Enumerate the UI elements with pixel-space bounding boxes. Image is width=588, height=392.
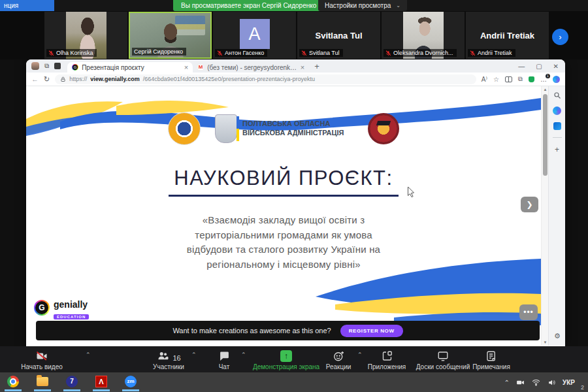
tab-gmail[interactable]: M (без теми) - sergeysydorenko2... × bbox=[193, 62, 309, 73]
mic-muted-icon bbox=[385, 50, 391, 56]
chat-icon bbox=[218, 351, 231, 362]
mic-muted-icon bbox=[470, 50, 476, 56]
tab-presentation[interactable]: Презентація проєкту × bbox=[67, 62, 193, 73]
taskbar-chrome[interactable] bbox=[7, 376, 19, 387]
browser-profile-avatar[interactable] bbox=[31, 62, 39, 70]
browser-titlebar: ⧉ Презентація проєкту × M (без теми) - s… bbox=[26, 59, 565, 73]
register-now-button[interactable]: REGISTER NOW bbox=[340, 325, 403, 337]
copilot-sidebar-icon[interactable] bbox=[553, 106, 561, 115]
tray-expand-icon[interactable]: ⌃ bbox=[504, 379, 510, 386]
view-settings-label: Настройки просмотра bbox=[325, 0, 391, 11]
mic-muted-icon bbox=[48, 50, 54, 56]
participant-tile-svitlana[interactable]: Svitlana Tul Svitlana Tul bbox=[297, 12, 380, 59]
maximize-button[interactable]: ▢ bbox=[536, 63, 542, 70]
lock-icon bbox=[60, 76, 66, 82]
reactions-label: Реакции bbox=[326, 363, 351, 370]
address-bar[interactable]: https://view.genially.com/664cbda9e01f4d… bbox=[55, 74, 476, 84]
menu-badge: 1 bbox=[546, 74, 550, 78]
back-icon[interactable]: ← bbox=[31, 75, 39, 83]
start-video-label: Начать видео bbox=[21, 363, 63, 370]
favorite-star-icon[interactable]: ☆ bbox=[493, 76, 499, 83]
sidebar-settings-icon[interactable]: ⚙ bbox=[549, 332, 565, 340]
extension-shield-icon[interactable] bbox=[529, 76, 534, 82]
new-tab-button[interactable]: + bbox=[314, 61, 319, 71]
search-icon[interactable] bbox=[553, 91, 561, 99]
reload-icon[interactable]: ↻ bbox=[44, 75, 50, 84]
folder-icon bbox=[37, 377, 48, 386]
apps-button[interactable]: Приложения bbox=[365, 349, 409, 370]
title-underline bbox=[169, 195, 399, 197]
zoom-meeting-screen: нция Вы просматриваете экран Сергій Сидо… bbox=[0, 0, 588, 392]
minimize-button[interactable]: — bbox=[518, 63, 525, 70]
split-screen-icon[interactable] bbox=[505, 76, 512, 82]
participants-chevron[interactable]: ⌃ bbox=[191, 351, 197, 358]
slide-next-button[interactable]: ❯ bbox=[521, 197, 538, 212]
participant-tile-andrii[interactable]: Andrii Tretiak Andrii Tretiak bbox=[466, 12, 549, 59]
whiteboards-button[interactable]: Доски сообщений bbox=[410, 349, 476, 370]
zoom-app-icon: zm bbox=[125, 376, 137, 387]
close-window-button[interactable]: ✕ bbox=[553, 63, 559, 70]
browser-urlbar: ← ↻ https://view.genially.com/664cbda9e0… bbox=[26, 73, 565, 86]
participant-name-badge: Антон Гасенко bbox=[215, 49, 267, 57]
reactions-chevron[interactable]: ⌃ bbox=[357, 351, 363, 358]
meeting-topbar: нция Вы просматриваете экран Сергій Сидо… bbox=[0, 0, 588, 11]
slide-quote: «Взаємодія закладу вищої освіти з терито… bbox=[174, 213, 393, 272]
view-settings-button[interactable]: Настройки просмотра ⌄ bbox=[318, 0, 407, 11]
participants-button[interactable]: 16 Участники bbox=[140, 349, 197, 370]
volume-icon[interactable] bbox=[547, 378, 557, 387]
participant-name: Andrii Tretiak bbox=[478, 50, 512, 56]
genially-wordmark: genially bbox=[54, 300, 89, 309]
slide-logos: ПОЛТАВСЬКА ОБЛАСНА ВІЙСЬКОВА АДМІНІСТРАЦ… bbox=[26, 112, 541, 145]
participant-tile-serhii[interactable]: Сергій Сидоренко bbox=[129, 12, 212, 59]
sidebar-app-icon[interactable] bbox=[553, 122, 561, 130]
sidebar-add-icon[interactable]: + bbox=[555, 145, 559, 154]
participants-label: Участники bbox=[153, 363, 184, 370]
tray-clock[interactable]: 2 bbox=[581, 384, 584, 391]
taskbar-app-seven[interactable]: 7 bbox=[66, 376, 78, 387]
copilot-icon[interactable] bbox=[553, 76, 560, 83]
share-banner: Вы просматриваете экран Сергій Сидоренко bbox=[173, 0, 324, 11]
tray-camera-icon[interactable] bbox=[515, 378, 525, 387]
windows-taskbar: 7 Λ zm ⌃ УКР 2 bbox=[0, 372, 588, 392]
genially-logo-icon bbox=[34, 300, 50, 316]
page-scrollbar[interactable]: ▲ ▼ bbox=[541, 86, 548, 346]
browser-menu-icon[interactable]: …1 bbox=[540, 76, 547, 83]
participant-tile-anton[interactable]: A Антон Гасенко bbox=[213, 12, 296, 59]
register-banner: Want to make creations as awesome as thi… bbox=[36, 321, 540, 340]
wifi-icon[interactable] bbox=[531, 378, 541, 387]
share-screen-button[interactable]: ↑ Демонстрация экрана bbox=[250, 349, 322, 370]
system-tray: ⌃ УКР 2 bbox=[504, 372, 584, 392]
start-video-button[interactable]: Начать видео bbox=[9, 349, 74, 370]
poltava-emblem-logo bbox=[168, 112, 201, 145]
read-aloud-icon[interactable]: A⁾ bbox=[482, 76, 487, 83]
chat-button[interactable]: Чат bbox=[208, 349, 240, 370]
participant-tile-olha[interactable]: Olha Korinska bbox=[44, 12, 127, 59]
tab-title: Презентація проєкту bbox=[82, 64, 181, 71]
taskbar-zoom[interactable]: zm bbox=[125, 376, 137, 387]
participant-name-badge: Olha Korinska bbox=[46, 49, 97, 57]
next-participants-button[interactable]: › bbox=[552, 29, 568, 45]
reactions-button[interactable]: Реакции bbox=[321, 349, 355, 370]
tab-actions-icon[interactable] bbox=[54, 63, 61, 69]
language-indicator[interactable]: УКР bbox=[563, 379, 575, 386]
sidebar-divider bbox=[553, 137, 562, 138]
university-emblem-logo bbox=[368, 113, 399, 144]
taskbar-explorer[interactable] bbox=[37, 376, 48, 387]
reactions-icon bbox=[333, 350, 345, 362]
close-tab-icon[interactable]: × bbox=[184, 63, 188, 71]
genially-brand[interactable]: genially EDUCATION bbox=[34, 300, 89, 321]
participant-tile-oleksandra[interactable]: Oleksandra Dvornich... bbox=[382, 12, 465, 59]
taskbar-acrobat[interactable]: Λ bbox=[95, 376, 107, 387]
participants-icon bbox=[156, 350, 170, 362]
close-tab-icon[interactable]: × bbox=[301, 63, 304, 71]
scrollbar-thumb[interactable] bbox=[543, 94, 547, 176]
chat-label: Чат bbox=[219, 363, 230, 370]
video-options-chevron[interactable]: ⌃ bbox=[86, 351, 91, 358]
collections-icon[interactable]: ⧉ bbox=[518, 75, 523, 83]
slide-more-button[interactable]: ••• bbox=[519, 304, 538, 320]
workspaces-icon[interactable]: ⧉ bbox=[44, 62, 49, 70]
notes-label: Примечания bbox=[472, 363, 510, 370]
notes-button[interactable]: Примечания bbox=[466, 349, 516, 370]
chat-chevron[interactable]: ⌃ bbox=[241, 351, 246, 358]
seven-app-icon: 7 bbox=[66, 376, 78, 387]
